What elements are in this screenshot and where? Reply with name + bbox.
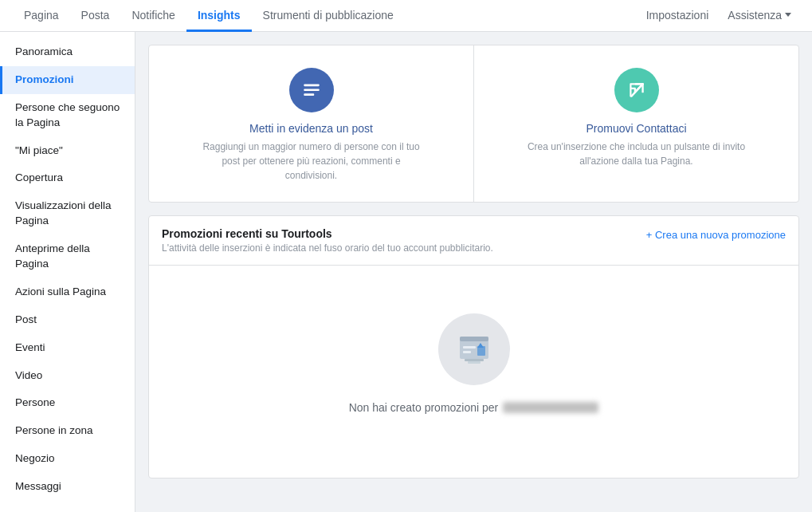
- svg-rect-5: [463, 346, 476, 349]
- svg-rect-10: [468, 361, 481, 364]
- svg-rect-4: [460, 337, 488, 341]
- promo-card-contact-title: Promuovi Contattaci: [586, 122, 686, 135]
- promo-card-post-desc: Raggiungi un maggior numero di persone c…: [200, 140, 423, 183]
- main-layout: Panoramica Promozioni Persone che seguon…: [0, 32, 812, 512]
- sidebar-item-azioni[interactable]: Azioni sulla Pagina: [0, 278, 135, 306]
- top-nav-right: Impostazioni Assistenza: [638, 0, 799, 31]
- svg-rect-1: [304, 89, 320, 91]
- sidebar-item-post[interactable]: Post: [0, 306, 135, 334]
- main-content: Metti in evidenza un post Raggiungi un m…: [135, 32, 812, 512]
- svg-rect-0: [304, 84, 320, 86]
- nav-strumenti[interactable]: Strumenti di pubblicazione: [252, 0, 405, 32]
- sidebar-item-messaggi[interactable]: Messaggi: [0, 473, 135, 501]
- empty-state-icon: [438, 313, 510, 385]
- nav-pagina[interactable]: Pagina: [13, 0, 70, 32]
- nav-notifiche[interactable]: Notifiche: [120, 0, 186, 32]
- sidebar-item-promozioni[interactable]: Promozioni: [0, 66, 135, 94]
- assistenza-dropdown-icon: [785, 13, 791, 17]
- sidebar-item-copertura[interactable]: Copertura: [0, 164, 135, 192]
- sidebar-item-negozio[interactable]: Negozio: [0, 445, 135, 473]
- sidebar-item-eventi[interactable]: Eventi: [0, 334, 135, 362]
- recent-promos-header-text: Promozioni recenti su Tourtools L'attivi…: [162, 227, 493, 254]
- promo-card-contact-desc: Crea un'inserzione che includa un pulsan…: [525, 140, 748, 168]
- nav-assistenza[interactable]: Assistenza: [720, 0, 799, 32]
- recent-promos-title: Promozioni recenti su Tourtools: [162, 227, 493, 240]
- sidebar-item-persone-zona[interactable]: Persone in zona: [0, 417, 135, 445]
- empty-state-text: Non hai creato promozioni per: [349, 401, 599, 414]
- sidebar: Panoramica Promozioni Persone che seguon…: [0, 32, 135, 512]
- recent-promos-section: Promozioni recenti su Tourtools L'attivi…: [148, 215, 799, 479]
- recent-promos-header: Promozioni recenti su Tourtools L'attivi…: [149, 216, 798, 266]
- svg-rect-2: [304, 93, 314, 96]
- promo-card-contact[interactable]: Promuovi Contattaci Crea un'inserzione c…: [474, 45, 798, 202]
- sidebar-item-video[interactable]: Video: [0, 362, 135, 390]
- sidebar-item-panoramica[interactable]: Panoramica: [0, 38, 135, 66]
- sidebar-item-mi-piace[interactable]: "Mi piace": [0, 137, 135, 165]
- contact-icon: [614, 68, 659, 112]
- post-icon: [289, 68, 334, 112]
- recent-promos-subtitle: L'attività delle inserzioni è indicata n…: [162, 242, 493, 254]
- sidebar-item-visualizzazioni[interactable]: Visualizzazioni della Pagina: [0, 192, 135, 235]
- top-navigation: Pagina Posta Notifiche Insights Strument…: [0, 0, 812, 32]
- create-promo-button[interactable]: + Crea una nuova promozione: [646, 227, 786, 241]
- blurred-page-name: [503, 402, 598, 413]
- nav-insights[interactable]: Insights: [186, 0, 252, 32]
- sidebar-item-persone-seguono[interactable]: Persone che seguono la Pagina: [0, 94, 135, 137]
- svg-rect-9: [465, 359, 484, 361]
- empty-state: Non hai creato promozioni per: [149, 266, 798, 478]
- sidebar-item-persone[interactable]: Persone: [0, 389, 135, 417]
- sidebar-item-anteprime[interactable]: Anteprime della Pagina: [0, 235, 135, 278]
- nav-posta[interactable]: Posta: [70, 0, 121, 32]
- promo-card-post[interactable]: Metti in evidenza un post Raggiungi un m…: [149, 45, 474, 202]
- nav-impostazioni[interactable]: Impostazioni: [638, 0, 717, 32]
- promo-cards-container: Metti in evidenza un post Raggiungi un m…: [148, 45, 799, 203]
- svg-rect-6: [463, 351, 471, 353]
- promo-card-post-title: Metti in evidenza un post: [249, 122, 373, 135]
